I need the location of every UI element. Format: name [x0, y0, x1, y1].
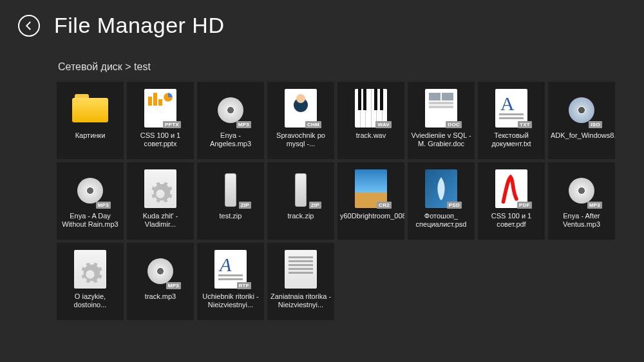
- file-label: Текстовый документ.txt: [478, 129, 545, 148]
- file-label: Картинки: [57, 129, 124, 140]
- file-tile[interactable]: CHMSpravochnik po mysql -...: [267, 82, 334, 159]
- file-tile[interactable]: O iazykie, dostoino...: [57, 243, 124, 320]
- folder-icon: [72, 94, 108, 122]
- file-tile[interactable]: ARTFUchiebnik ritoriki - Nieizviestnyi..…: [197, 243, 264, 320]
- file-tile[interactable]: PDFCSS 100 и 1 совет.pdf: [478, 162, 545, 240]
- exe-icon: [74, 250, 106, 289]
- file-tile[interactable]: Zaniatnaia ritorika - Nieizviestnyi...: [267, 243, 334, 320]
- file-tile[interactable]: Kuda zhit' - Vladimir...: [127, 162, 194, 240]
- file-tile[interactable]: DOCVviedieniie v SQL - M. Grabier.doc: [408, 82, 475, 159]
- breadcrumb[interactable]: Сетевой диск > test: [0, 44, 644, 82]
- app-title: File Manager HD: [54, 13, 224, 38]
- file-tile[interactable]: ZIPtrack.zip: [267, 162, 334, 240]
- file-label: Zaniatnaia ritorika - Nieizviestnyi...: [267, 291, 334, 309]
- file-tile[interactable]: ATXTТекстовый документ.txt: [478, 82, 545, 159]
- file-tile[interactable]: ZIPtest.zip: [197, 162, 264, 240]
- filetype-badge: MP3: [166, 282, 181, 289]
- filetype-badge: RTF: [237, 282, 251, 289]
- file-icon: [285, 250, 317, 289]
- file-tile[interactable]: CR2y60Dbrightroom_00800.CR2: [337, 162, 404, 240]
- file-label: O iazykie, dostoino...: [57, 291, 124, 309]
- file-label: ADK_for_Windows8.iso: [548, 129, 615, 140]
- filetype-badge: TXT: [518, 121, 532, 128]
- filetype-badge: PPTX: [163, 121, 181, 128]
- filetype-badge: CHM: [305, 121, 321, 128]
- disc-icon: [569, 97, 594, 123]
- file-label: Uchiebnik ritoriki - Nieizviestnyi...: [197, 291, 264, 309]
- file-label: Enya - After Ventus.mp3: [548, 210, 615, 228]
- file-label: Фотошоп_ специалист.psd: [408, 210, 475, 228]
- filetype-badge: PDF: [517, 202, 532, 209]
- filetype-badge: MP3: [236, 121, 251, 128]
- file-tile[interactable]: WAVtrack.wav: [337, 82, 404, 159]
- zip-icon: [225, 173, 236, 207]
- file-label: Vviedieniie v SQL - M. Grabier.doc: [408, 129, 475, 148]
- file-label: Kuda zhit' - Vladimir...: [127, 210, 194, 228]
- disc-icon: [77, 178, 103, 204]
- filetype-badge: MP3: [587, 202, 602, 209]
- exe-icon: [144, 169, 176, 208]
- filetype-badge: ISO: [589, 121, 602, 128]
- file-label: Enya - Angeles.mp3: [197, 129, 264, 148]
- filetype-badge: WAV: [375, 121, 392, 128]
- disc-icon: [569, 178, 594, 204]
- back-button[interactable]: [18, 15, 40, 37]
- file-tile[interactable]: MP3Enya - Angeles.mp3: [197, 82, 264, 159]
- filetype-badge: ZIP: [239, 202, 251, 209]
- file-label: CSS 100 и 1 совет.pptx: [127, 129, 194, 148]
- file-tile[interactable]: ISOADK_for_Windows8.iso: [548, 82, 615, 159]
- file-label: track.wav: [337, 129, 404, 140]
- file-label: Spravochnik po mysql -...: [267, 129, 334, 148]
- file-tile[interactable]: MP3Enya - A Day Without Rain.mp3: [57, 162, 124, 240]
- file-label: track.mp3: [127, 291, 194, 301]
- file-grid: КартинкиPPTXCSS 100 и 1 совет.pptxMP3Eny…: [0, 82, 644, 320]
- filetype-badge: DOC: [446, 121, 462, 128]
- filetype-badge: ZIP: [309, 202, 321, 209]
- disc-icon: [147, 258, 173, 284]
- filetype-badge: CR2: [377, 202, 392, 209]
- arrow-left-icon: [23, 20, 35, 32]
- file-tile[interactable]: Картинки: [57, 82, 124, 159]
- zip-icon: [295, 173, 307, 207]
- filetype-badge: MP3: [96, 202, 111, 209]
- file-tile[interactable]: PPTXCSS 100 и 1 совет.pptx: [127, 82, 194, 159]
- file-label: y60Dbrightroom_00800.CR2: [337, 210, 404, 220]
- file-tile[interactable]: MP3track.mp3: [127, 243, 194, 320]
- file-tile[interactable]: PSDФотошоп_ специалист.psd: [408, 162, 475, 240]
- disc-icon: [218, 97, 243, 123]
- file-label: test.zip: [197, 210, 264, 220]
- file-label: CSS 100 и 1 совет.pdf: [478, 210, 545, 228]
- filetype-badge: PSD: [447, 202, 462, 209]
- file-label: Enya - A Day Without Rain.mp3: [57, 210, 124, 228]
- file-tile[interactable]: MP3Enya - After Ventus.mp3: [548, 162, 615, 240]
- file-label: track.zip: [267, 210, 334, 220]
